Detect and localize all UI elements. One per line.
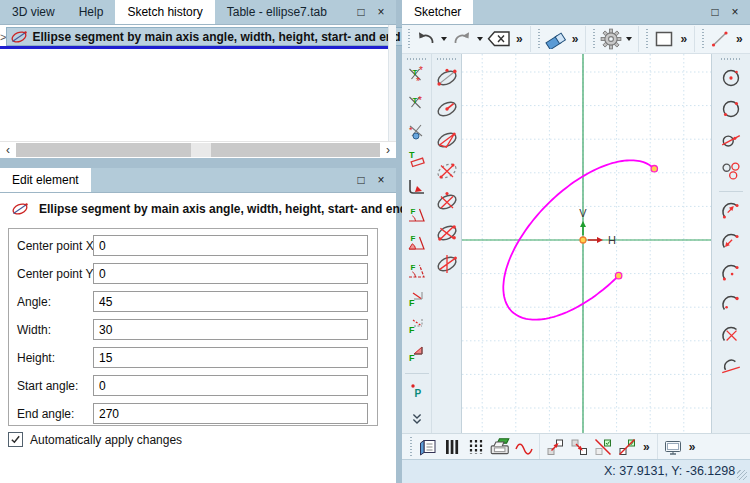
sketcher-maximize-button[interactable]: □ (705, 0, 725, 24)
tab-table-ellipse7-tab[interactable]: Table - ellipse7.tab (215, 0, 339, 24)
angle-f-a-tool-button[interactable]: F (404, 202, 430, 229)
circle-center-tool-button[interactable] (718, 63, 744, 93)
snap-d-tool-button[interactable] (616, 435, 638, 459)
arc-cross-icon (720, 324, 742, 346)
tab-help[interactable]: Help (67, 0, 116, 24)
toolbar-overflow-button[interactable]: » (736, 32, 743, 46)
ellipse-segment-x-tool-button[interactable] (434, 249, 460, 279)
dropdown-caret-icon[interactable] (626, 37, 632, 41)
history-close-button[interactable]: × (371, 0, 391, 24)
arc-tangent-icon (720, 355, 742, 377)
field-input-start-angle[interactable] (93, 375, 368, 396)
toolbar-overflow-button[interactable]: » (643, 440, 650, 454)
circle-3pt-tool-button[interactable] (718, 156, 744, 186)
tab-sketch-history[interactable]: Sketch history (115, 0, 214, 24)
eraser-tool-button[interactable] (545, 27, 567, 51)
chevrons-down-tool-button[interactable] (404, 405, 430, 432)
tangent-point-a-tool-button[interactable]: T** (404, 63, 430, 90)
gear-tool-button[interactable] (600, 27, 622, 51)
sketcher-panel: Sketcher □ × »»»» T**T**TFFFFFFP VH »» X… (402, 0, 750, 483)
tab-3d-view[interactable]: 3D view (0, 0, 67, 24)
history-maximize-button[interactable]: □ (351, 0, 371, 24)
snap-a-tool-button[interactable] (544, 435, 566, 459)
sketcher-tab[interactable]: Sketcher (402, 0, 473, 24)
corner-arrow-tool-button[interactable] (404, 174, 430, 201)
ellipse-x-points-tool-button[interactable] (434, 218, 460, 248)
arc-arrow-b-tool-button[interactable] (718, 227, 744, 257)
corner-f-c-icon: F (407, 344, 427, 364)
sketcher-close-button[interactable]: × (725, 0, 745, 24)
edit-maximize-button[interactable]: □ (351, 168, 371, 192)
toolbar-overflow-button[interactable]: » (516, 32, 523, 46)
field-input-center-y[interactable] (93, 263, 368, 284)
toolbar-overflow-button[interactable]: » (689, 440, 696, 454)
tangent-erase-tool-button[interactable]: * (404, 118, 430, 145)
field-input-end-angle[interactable] (93, 403, 368, 424)
toolbar-overflow-button[interactable]: » (572, 32, 579, 46)
arc-arrow-a-icon (720, 200, 742, 222)
constraint-toolbar-column: T**T**TFFFFFFP (402, 54, 432, 433)
scroll-left-button[interactable]: ‹ (0, 142, 16, 158)
line-tool-tool-button[interactable] (709, 27, 731, 51)
v-axis-label: V (579, 207, 587, 219)
corner-f-b-tool-button[interactable]: F (404, 313, 430, 340)
dropdown-caret-icon[interactable] (477, 37, 483, 41)
arc-points-tool-button[interactable] (718, 258, 744, 288)
arc-arrow-a-tool-button[interactable] (718, 196, 744, 226)
svg-text:*: * (409, 125, 413, 135)
toolbar-separator (585, 26, 586, 52)
history-item-row[interactable]: > Ellipse segment by main axis angle, wi… (0, 27, 388, 46)
plotter-tool-button[interactable] (489, 435, 511, 459)
bars-dashed-tool-button[interactable] (465, 435, 487, 459)
dropdown-caret-icon[interactable] (441, 37, 447, 41)
toolbar-separator (694, 26, 695, 52)
field-input-width[interactable] (93, 319, 368, 340)
corner-f-a-tool-button[interactable]: F (404, 285, 430, 312)
wave-tool-button[interactable] (513, 435, 535, 459)
angle-f-c-tool-button[interactable]: F (404, 257, 430, 284)
section-book-tool-button[interactable] (417, 435, 439, 459)
ellipse-points-tool-button[interactable] (434, 63, 460, 93)
field-input-center-x[interactable] (93, 235, 368, 256)
circle-points-tool-button[interactable] (718, 94, 744, 124)
sketch-canvas[interactable]: VH (462, 54, 711, 433)
redo-tool-button[interactable] (451, 27, 473, 51)
history-tabbar: 3D viewHelpSketch historyTable - ellipse… (0, 0, 396, 25)
history-item-selected[interactable]: Ellipse segment by main axis angle, widt… (6, 27, 436, 46)
bars-solid-tool-button[interactable] (441, 435, 463, 459)
scroll-right-button[interactable]: › (380, 142, 396, 158)
tangent-line-tool-button[interactable]: T (404, 146, 430, 173)
arc-cross-tool-button[interactable] (718, 320, 744, 350)
history-vertical-scrollbar[interactable] (388, 25, 396, 141)
scrollbar-thumb[interactable] (191, 143, 211, 157)
circle-tangent-tool-button[interactable] (718, 125, 744, 155)
monitor-tool-button[interactable] (662, 435, 684, 459)
resize-grip-icon[interactable] (737, 470, 747, 480)
snap-b-tool-button[interactable] (568, 435, 590, 459)
point-p-tool-button[interactable]: P (404, 377, 430, 404)
snap-c-tool-button[interactable] (592, 435, 614, 459)
ellipse-cross-tool-button[interactable] (434, 187, 460, 217)
ellipse-axis-tool-button[interactable] (434, 94, 460, 124)
arc-tangent-tool-button[interactable] (718, 351, 744, 381)
toolbar-grip (407, 58, 427, 60)
corner-f-c-tool-button[interactable]: F (404, 341, 430, 368)
ellipse-segment-tool-button[interactable] (434, 125, 460, 155)
arc-end-tool-button[interactable] (718, 289, 744, 319)
angle-f-b-tool-button[interactable]: F (404, 230, 430, 257)
backspace-tool-button[interactable] (487, 27, 511, 51)
toolbar-overflow-button[interactable]: » (680, 32, 687, 46)
ellipse-axis-icon (435, 97, 459, 121)
scrollbar-track[interactable] (16, 143, 380, 157)
ellipse-dashed-cross-tool-button[interactable] (434, 156, 460, 186)
rect-tool-tool-button[interactable] (653, 27, 675, 51)
field-label-end-angle: End angle: (17, 407, 74, 421)
tangent-point-b-tool-button[interactable]: T* (404, 91, 430, 118)
edit-close-button[interactable]: × (371, 168, 391, 192)
field-input-height[interactable] (93, 347, 368, 368)
svg-text:*: * (419, 66, 423, 76)
edit-element-tab[interactable]: Edit element (0, 168, 91, 192)
field-input-angle[interactable] (93, 291, 368, 312)
auto-apply-checkbox[interactable] (8, 432, 23, 447)
undo-tool-button[interactable] (415, 27, 437, 51)
